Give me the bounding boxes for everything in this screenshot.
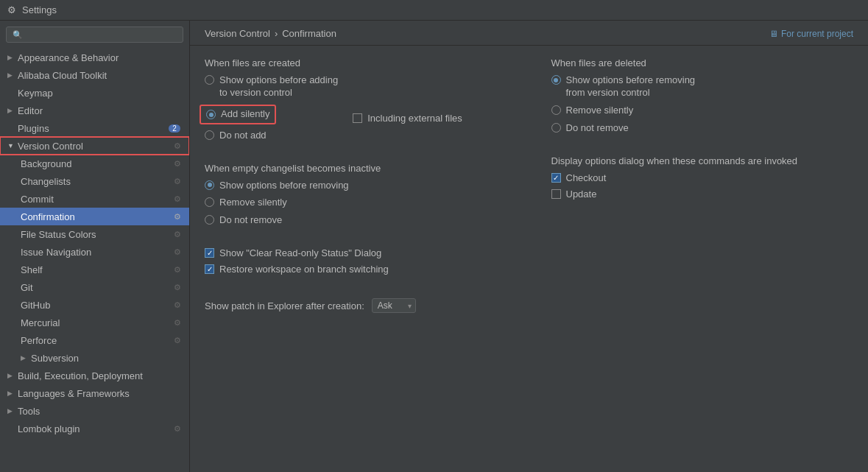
- do-not-remove-radio-input[interactable]: [205, 215, 214, 225]
- do-not-remove-delete-label: Do not remove: [566, 122, 629, 135]
- sidebar-item-label: Languages & Frameworks: [18, 388, 183, 399]
- do-not-add-radio[interactable]: Do not add: [205, 130, 338, 142]
- sidebar-item-perforce[interactable]: Perforce ⚙: [0, 331, 189, 349]
- sidebar-item-confirmation[interactable]: Confirmation ⚙: [0, 208, 189, 225]
- show-patch-select[interactable]: Ask: [372, 298, 416, 313]
- sidebar-item-label: Git: [21, 282, 172, 293]
- expand-arrow: ▶: [7, 107, 18, 114]
- add-silently-radio-input[interactable]: [206, 110, 216, 119]
- expand-arrow: ▶: [7, 390, 18, 397]
- sidebar-item-editor[interactable]: ▶ Editor: [0, 102, 189, 119]
- breadcrumb: Version Control › Confirmation 🖥 For cur…: [190, 21, 868, 46]
- breadcrumb-separator: ›: [275, 28, 278, 39]
- show-options-delete-label: Show options before removingfrom version…: [566, 74, 696, 99]
- gear-icon: ⚙: [172, 299, 183, 311]
- sidebar-item-label: Perforce: [21, 335, 172, 346]
- do-not-remove-delete-radio-input[interactable]: [551, 123, 561, 133]
- remove-silently-delete-radio[interactable]: Remove silently: [551, 105, 854, 117]
- sidebar-item-file-status-colors[interactable]: File Status Colors ⚙: [0, 225, 189, 243]
- sidebar-item-lombok[interactable]: Lombok plugin ⚙: [0, 420, 189, 437]
- sidebar-item-label: Subversion: [31, 353, 183, 364]
- gear-icon: ⚙: [172, 140, 183, 152]
- do-not-add-radio-input[interactable]: [205, 130, 214, 140]
- do-not-remove-delete-radio[interactable]: Do not remove: [551, 122, 854, 135]
- including-external-label: Including external files: [367, 113, 462, 124]
- expand-arrow: ▶: [7, 372, 18, 379]
- show-options-remove-radio-input[interactable]: [205, 180, 214, 190]
- do-not-remove-radio[interactable]: Do not remove: [205, 214, 507, 227]
- right-column: When files are deleted Show options befo…: [551, 57, 854, 460]
- gear-icon: ⚙: [172, 281, 183, 293]
- restore-workspace-checkbox[interactable]: ✓ Restore workspace on branch switching: [205, 264, 507, 275]
- expand-arrow: ▼: [7, 142, 18, 149]
- sidebar-item-appearance[interactable]: ▶ Appearance & Behavior: [0, 49, 189, 66]
- display-options-checkboxes: ✓ Checkout Update: [551, 172, 854, 200]
- files-created-radio-group: Show options before addingto version con…: [205, 74, 338, 142]
- sidebar-item-label: Tools: [18, 406, 183, 417]
- remove-silently-radio-input[interactable]: [205, 197, 214, 207]
- files-deleted-radio-group: Show options before removingfrom version…: [551, 74, 854, 135]
- project-link-label: For current project: [781, 29, 853, 39]
- gear-icon: ⚙: [172, 193, 183, 205]
- add-silently-radio[interactable]: Add silently: [200, 105, 276, 124]
- sidebar-item-label: Build, Execution, Deployment: [18, 370, 183, 381]
- sidebar-item-label: GitHub: [21, 300, 172, 311]
- sidebar-item-mercurial[interactable]: Mercurial ⚙: [0, 314, 189, 331]
- show-options-remove-radio[interactable]: Show options before removing: [205, 180, 507, 192]
- sidebar-item-label: Lombok plugin: [18, 423, 172, 434]
- display-options-section: Display options dialog when these comman…: [551, 155, 854, 200]
- update-checkbox[interactable]: Update: [551, 189, 854, 200]
- checkout-checkbox-input[interactable]: ✓: [551, 173, 561, 183]
- sidebar-item-git[interactable]: Git ⚙: [0, 278, 189, 296]
- do-not-add-label: Do not add: [219, 130, 267, 142]
- sidebar-item-subversion[interactable]: ▶ Subversion: [0, 349, 189, 367]
- sidebar-item-tools[interactable]: ▶ Tools: [0, 402, 189, 420]
- including-external-checkbox[interactable]: Including external files: [353, 113, 462, 124]
- sidebar: 🔍 ▶ Appearance & Behavior ▶ Alibaba Clou…: [0, 21, 190, 472]
- settings-body: When files are created Show options befo…: [190, 46, 868, 472]
- show-options-delete-radio[interactable]: Show options before removingfrom version…: [551, 74, 854, 99]
- sidebar-item-version-control[interactable]: ▼ Version Control ⚙: [0, 137, 189, 155]
- sidebar-item-label: Background: [21, 158, 172, 169]
- gear-icon: ⚙: [172, 228, 183, 240]
- expand-arrow: ▶: [21, 354, 31, 362]
- breadcrumb-parent: Version Control: [205, 28, 270, 39]
- project-link[interactable]: 🖥 For current project: [769, 29, 853, 39]
- sidebar-item-label: Commit: [21, 194, 172, 205]
- including-external-checkbox-input[interactable]: [353, 113, 362, 123]
- left-column: When files are created Show options befo…: [205, 57, 507, 460]
- clear-readonly-checkbox-input[interactable]: ✓: [205, 248, 214, 258]
- sidebar-item-alibaba[interactable]: ▶ Alibaba Cloud Toolkit: [0, 66, 189, 84]
- sidebar-item-build[interactable]: ▶ Build, Execution, Deployment: [0, 367, 189, 384]
- search-input[interactable]: [27, 29, 177, 40]
- sidebar-item-changelists[interactable]: Changelists ⚙: [0, 172, 189, 190]
- show-options-add-radio[interactable]: Show options before addingto version con…: [205, 74, 338, 99]
- show-options-delete-radio-input[interactable]: [551, 75, 561, 85]
- remove-silently-delete-radio-input[interactable]: [551, 105, 561, 115]
- checkout-label: Checkout: [566, 172, 607, 183]
- gear-icon: ⚙: [172, 158, 183, 169]
- show-options-add-radio-input[interactable]: [205, 75, 214, 85]
- search-box[interactable]: 🔍: [6, 27, 183, 43]
- checkout-checkbox[interactable]: ✓ Checkout: [551, 172, 854, 183]
- show-patch-label: Show patch in Explorer after creation:: [205, 300, 364, 311]
- sidebar-item-commit[interactable]: Commit ⚙: [0, 190, 189, 208]
- show-options-add-label: Show options before addingto version con…: [219, 74, 338, 99]
- nav-section: ▶ Appearance & Behavior ▶ Alibaba Cloud …: [0, 47, 189, 439]
- breadcrumb-current: Confirmation: [282, 28, 336, 39]
- update-checkbox-input[interactable]: [551, 189, 561, 199]
- sidebar-item-label: Plugins: [18, 123, 169, 134]
- restore-workspace-checkbox-input[interactable]: ✓: [205, 264, 214, 274]
- sidebar-item-issue-navigation[interactable]: Issue Navigation ⚙: [0, 243, 189, 261]
- sidebar-item-shelf[interactable]: Shelf ⚙: [0, 261, 189, 278]
- expand-arrow: ▶: [7, 407, 18, 415]
- clear-readonly-checkbox[interactable]: ✓ Show "Clear Read-only Status" Dialog: [205, 247, 507, 258]
- sidebar-item-background[interactable]: Background ⚙: [0, 155, 189, 172]
- title-bar: ⚙ Settings: [0, 0, 868, 21]
- sidebar-item-languages[interactable]: ▶ Languages & Frameworks: [0, 384, 189, 402]
- sidebar-item-github[interactable]: GitHub ⚙: [0, 296, 189, 314]
- remove-silently-radio[interactable]: Remove silently: [205, 197, 507, 209]
- gear-icon: ⚙: [172, 334, 183, 346]
- sidebar-item-plugins[interactable]: Plugins 2: [0, 119, 189, 137]
- sidebar-item-keymap[interactable]: Keymap: [0, 84, 189, 102]
